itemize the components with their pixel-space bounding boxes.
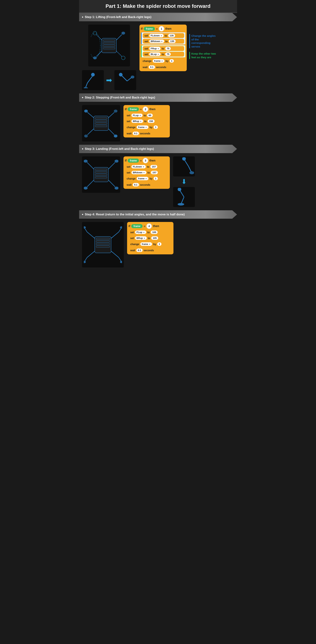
svg-rect-4 (103, 47, 115, 49)
flup-var-s4: FLup ▼ (135, 230, 146, 234)
to-kw-s2b: to (144, 120, 147, 123)
step1-change-block: change frame ▼ by 1 (141, 58, 185, 64)
change-var-s2: frame ▼ (137, 126, 149, 129)
step2-change-block: change frame ▼ by 1 (125, 124, 168, 130)
svg-rect-57 (96, 238, 110, 240)
eq-s3: = (140, 159, 142, 162)
brup-var-s2: BRup ▼ (132, 120, 143, 123)
set-brup-s4: set BRup ▼ to 105 (129, 236, 172, 240)
change-kw-s3: change (127, 177, 136, 180)
step1-images-row: ➡ (82, 70, 136, 90)
step2-section: if frame = 2 then set FLup ▼ to 60 set B… (79, 102, 237, 145)
set-blup-row: set BLup ▼ to 75 (143, 52, 184, 57)
flup-val-s2: 60 (147, 114, 153, 117)
change-kw-s1: change (143, 60, 152, 62)
flup-var-s2: FLup ▼ (132, 114, 143, 117)
svg-line-61 (87, 232, 95, 238)
step3-header: Step 3: Landing (Front-left and Back-rig… (79, 145, 237, 153)
wait-val-s4: 0.1 (136, 248, 143, 252)
step4-label: Step 4: Reset (return to the initial ang… (85, 213, 185, 216)
blup-val: 75 (165, 52, 171, 56)
frup-val: 75 (165, 47, 171, 50)
step4-robot-img (82, 222, 124, 268)
leg-after-svg (116, 72, 134, 88)
step2-robot-img (82, 105, 120, 142)
step3-leg-after (173, 187, 195, 207)
svg-rect-3 (103, 45, 115, 46)
svg-rect-2 (103, 42, 115, 44)
frame-pill-s1: frame (144, 27, 155, 31)
svg-rect-36 (95, 169, 107, 170)
svg-point-8 (122, 32, 125, 34)
to-kw-s3a: to (147, 165, 149, 168)
svg-rect-37 (95, 171, 107, 173)
svg-point-51 (189, 171, 194, 174)
svg-rect-39 (95, 176, 107, 178)
step4-wait-block: wait 0.1 seconds (129, 248, 172, 253)
brup-val-s4: 105 (151, 236, 158, 240)
svg-rect-60 (96, 246, 110, 248)
frame-pill-s3: frame (128, 158, 139, 162)
set-brdown-row: set BRdown ▼ to 135 (143, 39, 184, 44)
fldown-var-s3: FLdown ▼ (132, 165, 146, 168)
step1-after-img (114, 70, 136, 90)
leg-before-svg (84, 72, 102, 88)
svg-rect-1 (103, 40, 115, 42)
svg-point-69 (84, 261, 86, 263)
to-kw4: to (162, 53, 164, 56)
svg-line-49 (188, 166, 191, 172)
page-title: Part 1: Make the spider robot move forwa… (79, 0, 237, 13)
set-flup-s4: set FLup ▼ to 105 (129, 230, 172, 235)
arrow-right-icon: ➡ (105, 76, 113, 84)
eq-s1: = (156, 27, 158, 30)
svg-rect-26 (95, 125, 107, 127)
set-kw3: set (145, 47, 148, 50)
svg-line-40 (87, 162, 94, 169)
wait-kw-s2: wait (127, 132, 132, 135)
step1-header: Step 1: Lifting (Front-left and Back-rig… (79, 13, 237, 21)
if-keyword-s2: if (125, 108, 127, 111)
step3-code-block: if frame = 3 then set FLdown ▼ to 157 se… (124, 156, 170, 189)
to-kw3: to (162, 47, 164, 50)
change-var-s3: frame ▼ (137, 177, 149, 180)
change-val-s4: 1 (157, 242, 161, 246)
svg-point-21 (131, 76, 134, 78)
set-kw: set (145, 34, 148, 37)
svg-line-65 (119, 228, 121, 232)
seconds-kw-s3: seconds (140, 183, 150, 186)
svg-point-72 (120, 261, 122, 263)
if-keyword-s4: if (129, 224, 130, 228)
svg-rect-38 (95, 174, 107, 176)
step4-change-block: change frame ▼ by 1 (129, 242, 172, 247)
then-keyword-s4: then (153, 224, 159, 228)
step2-header: Step 2: Stepping (Front-left and Back-ri… (79, 94, 237, 102)
change-var-s4: frame ▼ (140, 242, 152, 246)
frame-val-s2: 2 (143, 106, 148, 112)
step3-leg-before (173, 156, 195, 176)
set-frup-row: set FRup ▼ to 75 (143, 46, 184, 51)
frame-val-s3: 3 (143, 158, 148, 163)
svg-line-33 (108, 129, 114, 135)
svg-line-19 (127, 78, 132, 81)
svg-point-17 (84, 87, 88, 88)
svg-point-45 (84, 187, 88, 190)
set-flup-s2: set FLup ▼ to 60 (125, 113, 168, 118)
step2-if-row: if frame = 2 then (125, 106, 168, 112)
set-kw-s4b: set (130, 237, 134, 240)
svg-rect-24 (95, 120, 107, 122)
set-fldown-row: set FLdown ▼ to 135 (143, 33, 184, 38)
svg-point-12 (122, 56, 125, 60)
wait-val-s2: 0.1 (133, 132, 139, 135)
set-kw-s4a: set (130, 231, 134, 234)
step1-section: ➡ if frame = 1 then (79, 21, 237, 94)
svg-line-62 (85, 228, 87, 232)
step3-label: Step 3: Landing (Front-left and Back-rig… (85, 147, 154, 151)
svg-point-55 (178, 203, 184, 206)
svg-line-71 (119, 258, 121, 261)
svg-point-34 (114, 134, 118, 138)
svg-rect-58 (96, 240, 110, 242)
fldown-val-s3: 157 (150, 165, 157, 168)
arrow-down-icon-s3: ⬇ (181, 178, 187, 186)
leg-before-s3 (174, 157, 194, 176)
step1-code-area: if frame = 1 then set FLdown ▼ to 135 se… (140, 24, 217, 71)
